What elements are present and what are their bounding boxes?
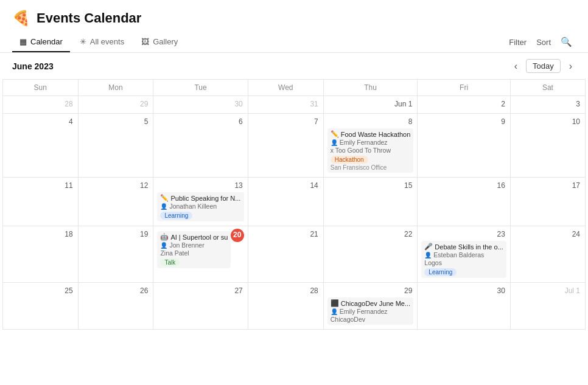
calendar-day-cell[interactable]: 30 bbox=[418, 283, 511, 330]
calendar-week-row: 111213✏️ Public Speaking for N...👤 Jonat… bbox=[3, 178, 586, 226]
day-number: 26 bbox=[82, 285, 150, 297]
day-number: 27 bbox=[157, 285, 243, 297]
calendar-day-cell[interactable]: 3 bbox=[510, 96, 585, 114]
event-sub: ChicagoDev bbox=[331, 316, 411, 323]
event-card[interactable]: ⬛ ChicagoDev June Me...👤 Emily Fernandez… bbox=[327, 297, 414, 325]
tab-calendar[interactable]: ▦ Calendar bbox=[12, 32, 70, 52]
calendar-day-cell[interactable]: 25 bbox=[3, 283, 79, 330]
event-sub: x Too Good To Throw bbox=[331, 147, 411, 154]
calendar-day-cell[interactable]: 13✏️ Public Speaking for N...👤 Jonathan … bbox=[153, 178, 248, 226]
calendar-day-cell[interactable]: 31 bbox=[248, 96, 323, 114]
day-number: 22 bbox=[327, 229, 414, 241]
calendar-day-cell[interactable]: 24 bbox=[510, 226, 585, 283]
calendar-day-cell[interactable]: 11 bbox=[3, 178, 79, 226]
weekday-sun: Sun bbox=[3, 80, 79, 96]
sort-label: Sort bbox=[536, 38, 551, 47]
calendar-day-cell[interactable]: 14 bbox=[248, 178, 323, 226]
calendar-day-cell[interactable]: 29 bbox=[78, 96, 153, 114]
app-container: 🍕 Events Calendar ▦ Calendar ✳ All event… bbox=[0, 0, 588, 330]
sort-button[interactable]: Sort bbox=[533, 33, 555, 52]
event-card[interactable]: ✏️ Food Waste Hackathon👤 Emily Fernandez… bbox=[327, 128, 414, 173]
calendar-toolbar: June 2023 ‹ Today › bbox=[0, 53, 588, 79]
calendar-day-cell[interactable]: 29⬛ ChicagoDev June Me...👤 Emily Fernand… bbox=[323, 283, 418, 330]
prev-month-button[interactable]: ‹ bbox=[511, 60, 521, 73]
calendar-day-cell[interactable]: 20🤖 AI | Supertool or supe...👤 Jon Brenn… bbox=[153, 226, 248, 283]
calendar-day-cell[interactable]: 4 bbox=[3, 114, 79, 178]
calendar-week-row: 28293031Jun 123 bbox=[3, 96, 586, 114]
calendar-day-cell[interactable]: 8✏️ Food Waste Hackathon👤 Emily Fernande… bbox=[323, 114, 418, 178]
calendar-day-cell[interactable]: 6 bbox=[153, 114, 248, 178]
calendar-day-cell[interactable]: 12 bbox=[78, 178, 153, 226]
next-month-button[interactable]: › bbox=[565, 60, 576, 73]
event-emoji: ✏️ bbox=[331, 130, 339, 138]
search-icon: 🔍 bbox=[561, 36, 572, 47]
day-number: 15 bbox=[327, 180, 414, 192]
filter-button[interactable]: Filter bbox=[505, 33, 530, 52]
calendar-day-cell[interactable]: 2 bbox=[418, 96, 511, 114]
calendar-day-cell[interactable]: 17 bbox=[510, 178, 585, 226]
event-tag: Learning bbox=[160, 212, 192, 220]
tab-all-events[interactable]: ✳ All events bbox=[72, 32, 131, 52]
weekday-mon: Mon bbox=[78, 80, 153, 96]
event-host: 👤 Emily Fernandez bbox=[331, 139, 411, 146]
calendar-tab-label: Calendar bbox=[30, 37, 63, 46]
calendar-day-cell[interactable]: 19 bbox=[78, 226, 153, 283]
search-button[interactable]: 🔍 bbox=[557, 32, 576, 52]
event-card[interactable]: 🎤 Debate Skills in the o...👤 Esteban Bal… bbox=[421, 241, 506, 278]
calendar-day-cell[interactable]: 27 bbox=[153, 283, 248, 330]
calendar-day-cell[interactable]: 10 bbox=[510, 114, 585, 178]
calendar-day-cell[interactable]: 28 bbox=[3, 96, 79, 114]
calendar-day-cell[interactable]: Jun 1 bbox=[323, 96, 418, 114]
event-sub: Zina Patel bbox=[160, 249, 227, 257]
event-tag: Learning bbox=[424, 268, 457, 276]
day-number: 17 bbox=[514, 180, 581, 192]
event-emoji: ⬛ bbox=[331, 299, 339, 307]
day-number: Jul 1 bbox=[514, 285, 581, 297]
day-number: 30 bbox=[421, 285, 506, 297]
day-number: 24 bbox=[514, 229, 581, 241]
weekday-fri: Fri bbox=[418, 80, 511, 96]
calendar-day-cell[interactable]: 7 bbox=[248, 114, 323, 178]
day-number: 13 bbox=[157, 180, 243, 192]
weekday-header-row: Sun Mon Tue Wed Thu Fri Sat bbox=[3, 80, 586, 96]
calendar-day-cell[interactable]: 28 bbox=[248, 283, 323, 330]
tab-gallery[interactable]: 🖼 Gallery bbox=[134, 32, 185, 52]
calendar-week-row: 2526272829⬛ ChicagoDev June Me...👤 Emily… bbox=[3, 283, 586, 330]
nav-controls: ‹ Today › bbox=[511, 59, 576, 73]
calendar-day-cell[interactable]: 15 bbox=[323, 178, 418, 226]
all-events-tab-icon: ✳ bbox=[80, 37, 86, 46]
calendar-day-cell[interactable]: 9 bbox=[418, 114, 511, 178]
calendar-day-cell[interactable]: 23🎤 Debate Skills in the o...👤 Esteban B… bbox=[418, 226, 511, 283]
event-title: 🎤 Debate Skills in the o... bbox=[424, 243, 503, 251]
today-button[interactable]: Today bbox=[526, 59, 561, 73]
calendar-day-cell[interactable]: 30 bbox=[153, 96, 248, 114]
calendar-day-cell[interactable]: 5 bbox=[78, 114, 153, 178]
day-number: 14 bbox=[252, 180, 320, 192]
event-card[interactable]: 🤖 AI | Supertool or supe...👤 Jon Brenner… bbox=[157, 231, 230, 268]
calendar-day-cell[interactable]: 26 bbox=[78, 283, 153, 330]
day-number: 23 bbox=[421, 229, 506, 241]
day-number: 10 bbox=[514, 116, 581, 128]
weekday-tue: Tue bbox=[153, 80, 248, 96]
event-tag: Talk bbox=[160, 258, 180, 266]
calendar-day-cell[interactable]: 21 bbox=[248, 226, 323, 283]
day-number: 21 bbox=[252, 229, 320, 241]
calendar-tab-icon: ▦ bbox=[19, 37, 27, 46]
day-number: 4 bbox=[7, 116, 74, 128]
day-number: 29 bbox=[327, 285, 414, 297]
calendar-day-cell[interactable]: Jul 1 bbox=[510, 283, 585, 330]
gallery-tab-label: Gallery bbox=[153, 37, 178, 46]
event-sub: Logos bbox=[424, 259, 503, 266]
event-tag: Hackathon bbox=[331, 156, 368, 164]
calendar-day-cell[interactable]: 22 bbox=[323, 226, 418, 283]
calendar-day-cell[interactable]: 18 bbox=[3, 226, 79, 283]
current-month-label: June 2023 bbox=[12, 61, 54, 71]
app-title: Events Calendar bbox=[37, 10, 141, 26]
calendar-day-cell[interactable]: 16 bbox=[418, 178, 511, 226]
event-title: ⬛ ChicagoDev June Me... bbox=[331, 299, 411, 307]
event-card[interactable]: ✏️ Public Speaking for N...👤 Jonathan Ki… bbox=[157, 192, 243, 221]
event-host: 👤 Esteban Balderas bbox=[424, 251, 503, 258]
day-number: 31 bbox=[252, 99, 320, 111]
weekday-sat: Sat bbox=[510, 80, 585, 96]
event-title: ✏️ Public Speaking for N... bbox=[160, 194, 240, 202]
